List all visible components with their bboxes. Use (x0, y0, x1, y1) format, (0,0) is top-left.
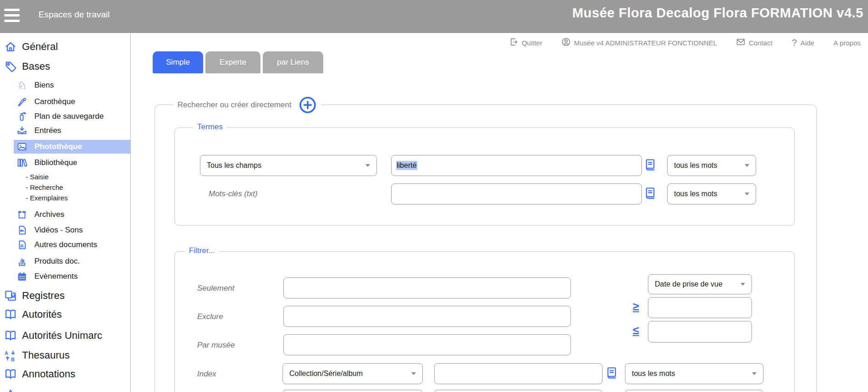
filtrer-legend-text: Filtrer... (189, 246, 215, 255)
sidebar-item-produits-doc[interactable]: Produits doc. (17, 254, 80, 268)
video-document-icon (17, 225, 28, 236)
extinguisher-icon (17, 111, 28, 122)
sidebar-item-plan-de-sauvegarde[interactable]: Plan de sauvegarde (17, 110, 104, 123)
mountain-icon (4, 387, 17, 392)
photo-icon (17, 141, 28, 152)
sidebar-item-registres[interactable]: Registres (4, 288, 65, 304)
sidebar-item-label: Thesaurus (22, 349, 70, 361)
open-box-icon (17, 209, 28, 220)
user-bar: Quitter Musée v4 ADMINISTRATEUR FONCTION… (131, 34, 868, 51)
sidebar-item-carotheque[interactable]: Carothèque (17, 95, 75, 109)
index-lookup-icon[interactable] (644, 158, 657, 172)
user-circle-icon (562, 38, 570, 48)
index-lookup-icon[interactable] (644, 186, 657, 201)
tag-icon (4, 60, 17, 73)
search-term-input[interactable]: liberté (391, 155, 642, 176)
sidebar-item-general[interactable]: Général (4, 39, 58, 55)
sidebar-item-label: Bibliothèque (34, 158, 77, 167)
termes-legend: Termes (193, 122, 227, 132)
hamburger-menu-icon[interactable] (3, 6, 23, 26)
sidebar-item-label: Annotations (22, 368, 75, 380)
index-field-select[interactable]: Collection/Série/album (282, 363, 423, 384)
quit-link[interactable]: Quitter (509, 38, 542, 48)
sidebar-item-exemplaires[interactable]: - Exemplaires (26, 193, 68, 203)
search-term-value: liberté (396, 161, 417, 170)
sidebar-item-thesaurus[interactable]: AB Thesaurus (4, 348, 70, 363)
question-mark-icon: ? (792, 38, 797, 48)
sidebar-item-evenements[interactable]: Evènements (17, 270, 78, 283)
tab-experte[interactable]: Experte (205, 51, 260, 73)
less-equal-link[interactable]: ≤ (633, 325, 639, 336)
current-user[interactable]: Musée v4 ADMINISTRATEUR FONCTIONNEL (562, 38, 717, 48)
about-label: A propos (834, 39, 861, 47)
sidebar-item-biens[interactable]: ♘ Biens (17, 78, 54, 92)
sidebar-item-label: - Saisie (26, 173, 49, 181)
home-icon (4, 40, 17, 54)
index-lookup-icon[interactable] (605, 366, 618, 381)
contact-link[interactable]: Contact (736, 38, 773, 47)
sidebar-item-label: Vidéos - Sons (34, 226, 83, 235)
date-to-input[interactable] (648, 321, 752, 342)
workspace-label: Espaces de travail (39, 10, 110, 20)
sidebar-item-recherche[interactable]: - Recherche (26, 182, 63, 193)
knight-icon: ♘ (17, 80, 28, 91)
sidebar-item-label: Photothèque (34, 142, 82, 151)
index-match-mode-select[interactable]: tous les mots (625, 363, 763, 384)
sidebar-item-label: Carothèque (34, 97, 75, 106)
tab-label: par Liens (277, 58, 309, 67)
svg-text:A: A (5, 350, 8, 356)
about-link[interactable]: A propos (834, 39, 861, 47)
date-from-input[interactable] (648, 297, 752, 318)
sidebar-item-autorites[interactable]: Autorités (4, 307, 62, 322)
keywords-input[interactable] (391, 183, 642, 204)
search-create-legend-text: Rechercher ou créer directement (177, 100, 292, 110)
next-row-select-partial[interactable] (282, 390, 423, 392)
user-label: Musée v4 ADMINISTRATEUR FONCTIONNEL (574, 39, 717, 47)
add-circle-icon[interactable] (298, 95, 317, 115)
sidebar-item-autres-documents[interactable]: Autres documents (17, 238, 97, 252)
sidebar: Général Bases ♘ Biens Carothèque Plan de… (0, 33, 131, 392)
sidebar-item-videos-sons[interactable]: Vidéos - Sons (17, 223, 83, 237)
carrot-icon (17, 96, 28, 107)
open-book-icon (4, 329, 17, 342)
next-row-select-partial[interactable] (625, 390, 763, 392)
sidebar-item-archives[interactable]: Archives (17, 208, 64, 221)
field-select[interactable]: Tous les champs (200, 155, 377, 176)
date-field-select[interactable]: Date de prise de vue (648, 274, 752, 294)
tab-label: Simple (166, 58, 190, 67)
tab-simple[interactable]: Simple (153, 51, 203, 73)
exclude-input[interactable] (283, 306, 571, 327)
help-link[interactable]: ? Aide (792, 38, 814, 48)
termes-fieldset: Termes (174, 127, 795, 226)
sidebar-item-annotations[interactable]: Annotations (4, 366, 75, 382)
application-window: Espaces de travail Musée Flora Decalog F… (0, 0, 868, 392)
sidebar-item-saisie[interactable]: - Saisie (26, 171, 49, 182)
match-mode-select[interactable]: tous les mots (667, 155, 756, 176)
keywords-match-mode-select[interactable]: tous les mots (667, 183, 756, 204)
greater-equal-link[interactable]: ≥ (633, 301, 639, 312)
search-create-legend: Rechercher ou créer directement (173, 96, 321, 114)
termes-legend-text: Termes (197, 122, 223, 132)
contact-label: Contact (749, 39, 773, 47)
tab-label: Experte (220, 58, 247, 67)
sidebar-item-label: Entrées (34, 126, 61, 135)
only-input[interactable] (283, 277, 571, 298)
calendar-icon (17, 271, 28, 282)
index-match-mode-value: tous les mots (632, 370, 675, 378)
keywords-match-mode-value: tous les mots (674, 190, 717, 198)
index-input[interactable] (434, 363, 603, 384)
header-bar: Espaces de travail Musée Flora Decalog F… (0, 0, 868, 33)
registers-icon (4, 289, 17, 303)
sidebar-item-bibliotheque[interactable]: Bibliothèque (17, 156, 77, 170)
sidebar-item-bases[interactable]: Bases (4, 59, 50, 74)
svg-text:B: B (11, 357, 15, 362)
tab-par-liens[interactable]: par Liens (263, 51, 323, 73)
sidebar-item-entrees[interactable]: Entrées (17, 124, 61, 138)
museum-input[interactable] (283, 334, 571, 355)
sidebar-item-partial[interactable] (4, 386, 17, 392)
exclude-label: Exclure (197, 312, 223, 321)
sidebar-item-autorites-unimarc[interactable]: Autorités Unimarc (4, 328, 102, 343)
sidebar-item-label: Bases (22, 61, 50, 72)
next-row-input-partial[interactable] (434, 390, 603, 392)
sidebar-item-phototheque[interactable]: Photothèque (14, 140, 130, 154)
